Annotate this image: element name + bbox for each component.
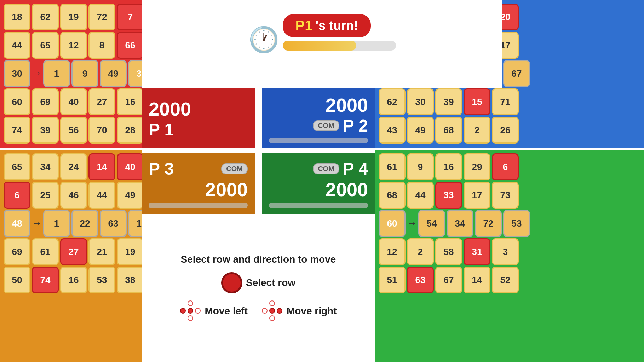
grid-cell[interactable]: 54 — [418, 210, 445, 237]
grid-cell[interactable]: 43 — [379, 117, 406, 144]
grid-cell[interactable]: 34 — [32, 153, 59, 180]
grid-cell[interactable]: 19 — [117, 238, 144, 265]
com-badge-p4: COM — [313, 163, 339, 174]
grid-cell[interactable]: 72 — [88, 4, 115, 30]
grid-row: 446512866 — [3, 31, 139, 59]
grid-cell[interactable]: 16 — [60, 267, 87, 293]
grid-row: 12258313 — [378, 238, 641, 266]
grid-cell[interactable]: 1 — [43, 210, 70, 237]
score-panel-p1: 2000 P 1 — [142, 88, 255, 148]
grid-cell[interactable]: 68 — [379, 182, 406, 209]
grid-cell[interactable]: 22 — [71, 210, 98, 237]
grid-cell[interactable]: 24 — [60, 153, 87, 180]
grid-cell[interactable]: 34 — [447, 210, 473, 237]
grid-cell[interactable]: 27 — [88, 88, 115, 115]
row-arrow: → — [32, 68, 42, 79]
grid-cell[interactable]: 29 — [464, 153, 490, 180]
player-name-p1: P 1 — [149, 120, 248, 139]
grid-cell[interactable]: 48 — [4, 210, 30, 237]
score-value-p4: 2000 — [269, 179, 368, 200]
grid-cell[interactable]: 30 — [407, 88, 434, 115]
grid-cell[interactable]: 12 — [379, 238, 406, 265]
grid-cell[interactable]: 67 — [503, 60, 530, 87]
grid-cell[interactable]: 72 — [475, 210, 502, 237]
grid-cell[interactable]: 49 — [407, 117, 434, 144]
grid-cell[interactable]: 44 — [4, 32, 30, 59]
grid-cell[interactable]: 67 — [435, 267, 462, 293]
grid-cell[interactable]: 19 — [60, 4, 87, 30]
grid-cell[interactable]: 62 — [32, 4, 59, 30]
grid-cell[interactable]: 53 — [503, 210, 530, 237]
move-left-label: Move left — [205, 305, 248, 317]
grid-row: 60→54347253 — [378, 209, 641, 238]
grid-cell[interactable]: 44 — [407, 182, 434, 209]
grid-cell[interactable]: 60 — [379, 210, 406, 237]
grid-cell[interactable]: 65 — [4, 153, 30, 180]
grid-cell[interactable]: 18 — [4, 4, 30, 30]
grid-cell[interactable]: 9 — [407, 153, 434, 180]
grid-cell[interactable]: 39 — [32, 117, 59, 144]
grid-cell[interactable]: 33 — [435, 182, 462, 209]
grid-cell[interactable]: 15 — [464, 88, 490, 115]
grid-cell[interactable]: 63 — [100, 210, 127, 237]
grid-cell[interactable]: 44 — [88, 182, 115, 209]
grid-cell[interactable]: 53 — [88, 267, 115, 293]
grid-cell[interactable]: 49 — [117, 182, 144, 209]
score-value-p1: 2000 — [149, 98, 191, 120]
grid-cell[interactable]: 68 — [435, 117, 462, 144]
grid-cell[interactable]: 69 — [32, 88, 59, 115]
grid-cell[interactable]: 27 — [60, 238, 87, 265]
grid-cell[interactable]: 60 — [4, 88, 30, 115]
grid-cell[interactable]: 28 — [117, 117, 144, 144]
grid-cell[interactable]: 38 — [117, 267, 144, 293]
grid-cell[interactable]: 6 — [492, 153, 519, 180]
grid-cell[interactable]: 40 — [117, 153, 144, 180]
grid-cell[interactable]: 69 — [4, 238, 30, 265]
grid-cell[interactable]: 70 — [88, 117, 115, 144]
grid-cell[interactable]: 2 — [407, 238, 434, 265]
grid-cell[interactable]: 74 — [32, 267, 59, 293]
grid-cell[interactable]: 50 — [4, 267, 30, 293]
grid-cell[interactable]: 21 — [88, 238, 115, 265]
grid-cell[interactable]: 9 — [71, 60, 98, 87]
grid-cell[interactable]: 52 — [492, 267, 519, 293]
grid-cell[interactable]: 7 — [117, 4, 144, 30]
grid-cell[interactable]: 40 — [60, 88, 87, 115]
grid-cell[interactable]: 61 — [379, 153, 406, 180]
grid-cell[interactable]: 14 — [464, 267, 490, 293]
grid-cell[interactable]: 71 — [492, 88, 519, 115]
grid-row: 5074165338 — [3, 266, 139, 294]
grid-cell[interactable]: 73 — [492, 182, 519, 209]
timer-bar-fill — [283, 41, 356, 51]
grid-cell[interactable]: 17 — [464, 182, 490, 209]
move-right-instruction: Move right — [262, 300, 337, 322]
grid-cell[interactable]: 2 — [464, 117, 490, 144]
grid-cell[interactable]: 25 — [32, 182, 59, 209]
grid-cell[interactable]: 16 — [117, 88, 144, 115]
grid-cell[interactable]: 63 — [407, 267, 434, 293]
grid-cell[interactable]: 6 — [4, 182, 30, 209]
grid-cell[interactable]: 31 — [464, 238, 490, 265]
grid-cell[interactable]: 3 — [492, 238, 519, 265]
grid-cell[interactable]: 14 — [88, 153, 115, 180]
move-left-instruction: Move left — [180, 300, 248, 322]
grid-cell[interactable]: 65 — [32, 32, 59, 59]
grid-cell[interactable]: 51 — [379, 267, 406, 293]
grid-cell[interactable]: 62 — [379, 88, 406, 115]
grid-row: 61916296 — [378, 153, 641, 181]
grid-cell[interactable]: 8 — [88, 32, 115, 59]
grid-cell[interactable]: 58 — [435, 238, 462, 265]
grid-cell[interactable]: 39 — [435, 88, 462, 115]
grid-cell[interactable]: 30 — [4, 60, 30, 87]
grid-cell[interactable]: 74 — [4, 117, 30, 144]
grid-cell[interactable]: 61 — [32, 238, 59, 265]
grid-cell[interactable]: 66 — [117, 32, 144, 59]
grid-cell[interactable]: 56 — [60, 117, 87, 144]
grid-cell[interactable]: 26 — [492, 117, 519, 144]
grid-cell[interactable]: 49 — [100, 60, 127, 87]
grid-cell[interactable]: 46 — [60, 182, 87, 209]
grid-cell[interactable]: 12 — [60, 32, 87, 59]
player-name-p2: P 2 — [343, 116, 368, 135]
grid-cell[interactable]: 16 — [435, 153, 462, 180]
grid-cell[interactable]: 1 — [43, 60, 70, 87]
